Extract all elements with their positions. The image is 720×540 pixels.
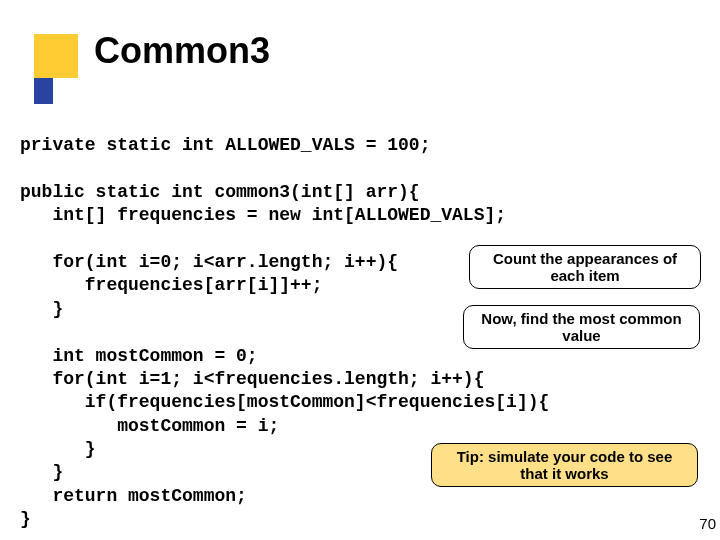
annotation-count-appearances: Count the appearances of each item: [469, 245, 701, 289]
slide-title: Common3: [94, 30, 270, 72]
title-accent-square: [34, 34, 78, 78]
annotation-find-common: Now, find the most common value: [463, 305, 700, 349]
annotation-tip: Tip: simulate your code to see that it w…: [431, 443, 698, 487]
page-number: 70: [699, 515, 716, 532]
title-accent-stripe: [34, 78, 53, 104]
